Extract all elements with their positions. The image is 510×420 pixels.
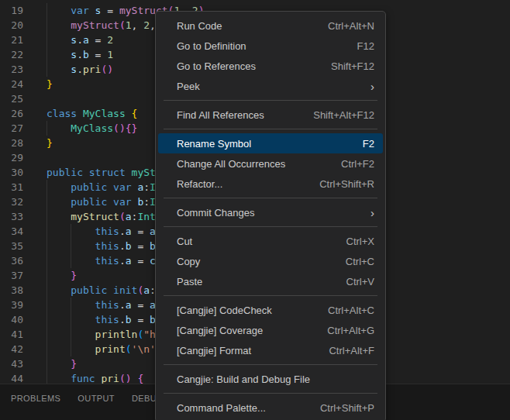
code-text: myStruct(1, 2, xyxy=(23,18,162,33)
line-number[interactable]: 40 xyxy=(0,312,23,327)
menu-item-paste[interactable]: PasteCtrl+V xyxy=(158,271,383,291)
line-number[interactable]: 32 xyxy=(0,195,23,209)
line-number[interactable]: 20 xyxy=(0,18,23,33)
code-token: public var xyxy=(71,196,137,208)
line-number[interactable]: 35 xyxy=(0,239,23,253)
line-number[interactable]: 30 xyxy=(0,165,23,180)
line-number[interactable]: 26 xyxy=(0,106,23,121)
line-number[interactable]: 27 xyxy=(0,121,23,136)
code-token: this xyxy=(95,255,119,267)
menu-item-cangjie-codecheck[interactable]: [Cangjie] CodeCheckCtrl+Alt+C xyxy=(158,300,383,320)
indent-guide xyxy=(47,47,71,62)
menu-item-label: Go to Definition xyxy=(177,40,336,52)
line-number[interactable]: 36 xyxy=(0,253,23,268)
line-number[interactable]: 38 xyxy=(0,283,23,298)
menu-item-rename-symbol[interactable]: Rename SymbolF2 xyxy=(158,133,383,153)
code-token: var xyxy=(71,5,95,16)
code-token: { xyxy=(132,108,138,119)
line-number[interactable]: 39 xyxy=(0,298,23,312)
panel-tab-output[interactable]: OUTPUT xyxy=(78,394,115,403)
line-number[interactable]: 23 xyxy=(0,62,23,77)
editor-context-menu: Run CodeCtrl+Alt+NGo to DefinitionF12Go … xyxy=(155,11,386,420)
code-text: s.a = 2 xyxy=(23,33,113,47)
line-number[interactable]: 37 xyxy=(0,268,23,283)
code-token: pri xyxy=(101,373,119,384)
menu-item-commit-changes[interactable]: Commit Changes› xyxy=(158,202,383,222)
code-token: myStruct xyxy=(71,19,119,31)
code-token: } xyxy=(47,78,53,90)
menu-item-label: Commit Changes xyxy=(177,207,349,219)
code-token: 1 xyxy=(107,49,113,60)
indent-guide xyxy=(47,224,71,239)
menu-item-shortcut: Shift+F12 xyxy=(331,60,374,72)
code-text: MyClass(){} xyxy=(23,121,137,136)
code-token: pri xyxy=(83,64,101,75)
menu-separator xyxy=(164,364,377,365)
code-token: . xyxy=(119,299,126,311)
indent-guide xyxy=(47,121,71,136)
line-number[interactable]: 29 xyxy=(0,150,23,165)
menu-item-cut[interactable]: CutCtrl+X xyxy=(158,231,383,251)
menu-item-go-to-definition[interactable]: Go to DefinitionF12 xyxy=(158,36,383,56)
indent-guide xyxy=(47,371,71,384)
code-token: a xyxy=(126,211,132,222)
menu-item-copy[interactable]: CopyCtrl+C xyxy=(158,251,383,271)
panel-tab-problems[interactable]: PROBLEMS xyxy=(11,394,60,403)
indent-guide xyxy=(71,327,95,342)
code-token: b xyxy=(126,240,132,252)
code-token: this xyxy=(95,299,119,311)
menu-separator xyxy=(164,198,377,198)
menu-item-go-to-references[interactable]: Go to ReferencesShift+F12 xyxy=(158,56,383,76)
line-number[interactable]: 34 xyxy=(0,224,23,239)
menu-item-shortcut: Ctrl+Alt+F xyxy=(329,345,374,356)
menu-item-label: Rename Symbol xyxy=(177,138,341,150)
code-token: = xyxy=(89,49,107,60)
menu-item-cangjie-format[interactable]: [Cangjie] FormatCtrl+Alt+F xyxy=(158,340,383,360)
menu-item-refactor[interactable]: Refactor...Ctrl+Shift+R xyxy=(158,174,383,194)
code-token: , xyxy=(132,19,144,31)
code-token: class xyxy=(47,108,83,119)
line-number[interactable]: 22 xyxy=(0,47,23,62)
menu-item-label: Paste xyxy=(177,276,325,287)
indent-guide xyxy=(47,342,71,356)
line-number[interactable]: 41 xyxy=(0,327,23,342)
code-token: 2 xyxy=(107,34,113,46)
menu-item-change-all-occurrences[interactable]: Change All OccurrencesCtrl+F2 xyxy=(158,153,383,174)
menu-item-run-code[interactable]: Run CodeCtrl+Alt+N xyxy=(158,15,383,36)
line-number[interactable]: 31 xyxy=(0,180,23,195)
code-token: . xyxy=(77,49,83,60)
code-token: 1 xyxy=(126,19,132,31)
menu-item-cangjie-build-and-debug-file[interactable]: Cangjie: Build and Debug File xyxy=(158,369,383,389)
line-number[interactable]: 33 xyxy=(0,209,23,224)
menu-item-command-palette[interactable]: Command Palette...Ctrl+Shift+P xyxy=(158,398,383,418)
menu-item-shortcut: Ctrl+X xyxy=(346,236,374,247)
code-token: a xyxy=(126,255,132,267)
indent-guide xyxy=(47,195,71,209)
code-token: print xyxy=(95,343,126,355)
code-token: myStruct xyxy=(71,211,119,222)
menu-item-find-all-references[interactable]: Find All ReferencesShift+Alt+F12 xyxy=(158,105,383,125)
menu-item-cangjie-coverage[interactable]: [Cangjie] CoverageCtrl+Alt+G xyxy=(158,320,383,340)
line-number[interactable]: 19 xyxy=(0,3,23,18)
menu-item-label: Change All Occurrences xyxy=(177,158,319,170)
line-number[interactable]: 21 xyxy=(0,33,23,47)
code-text: myStruct(a:Int64 xyxy=(23,209,168,224)
code-token: . xyxy=(119,225,126,237)
line-number[interactable]: 44 xyxy=(0,371,23,384)
menu-item-shortcut: Ctrl+C xyxy=(346,256,374,267)
line-number[interactable]: 28 xyxy=(0,136,23,150)
line-number[interactable]: 43 xyxy=(0,356,23,371)
code-token: a xyxy=(126,299,132,311)
line-number[interactable]: 25 xyxy=(0,91,23,106)
menu-item-peek[interactable]: Peek› xyxy=(158,76,383,96)
indent-guide xyxy=(47,18,71,33)
code-text: } xyxy=(23,268,77,283)
menu-item-label: Refactor... xyxy=(177,178,298,190)
menu-item-shortcut: F12 xyxy=(357,40,374,52)
code-token: b xyxy=(126,314,132,325)
line-number[interactable]: 42 xyxy=(0,342,23,356)
code-token: . xyxy=(119,240,126,252)
indent-guide xyxy=(47,268,71,283)
line-number[interactable]: 24 xyxy=(0,77,23,91)
code-token: this xyxy=(95,240,119,252)
